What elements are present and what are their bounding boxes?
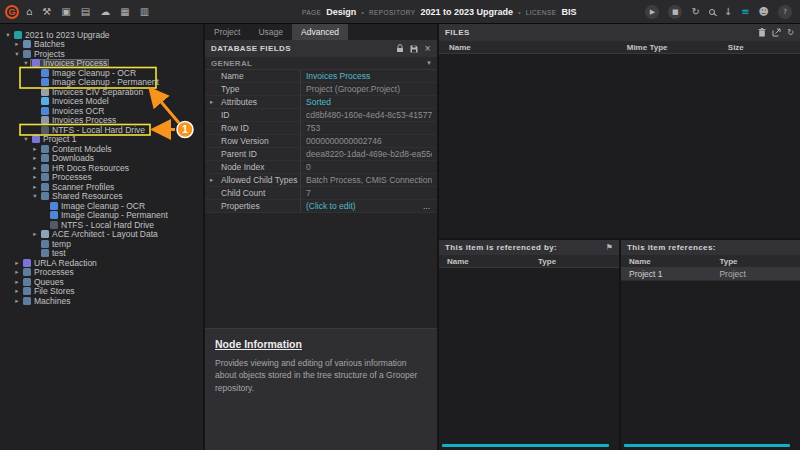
tree-item[interactable]: ▸Downloads (0, 154, 203, 164)
expand-icon[interactable]: ▸ (31, 164, 39, 172)
play-button[interactable]: ▶ (645, 5, 659, 19)
tree-item[interactable]: Image Cleanup - OCR (0, 68, 203, 78)
expand-icon[interactable]: ▸ (210, 98, 213, 106)
download-button[interactable]: ↓ (724, 7, 732, 17)
property-value[interactable]: Sorted (301, 96, 437, 108)
references-table-body[interactable]: Project 1Project (621, 268, 800, 444)
tree-item[interactable]: test (0, 249, 203, 259)
column-header-size[interactable]: Size (728, 43, 800, 52)
library-icon[interactable]: ▦ (120, 7, 129, 17)
tree-item[interactable]: ▾Project 1 (0, 135, 203, 145)
home-icon[interactable]: ⌂ (26, 7, 32, 17)
stats-icon[interactable]: ▥ (140, 7, 149, 17)
repository-value[interactable]: 2021 to 2023 Upgrade (420, 7, 513, 17)
property-value[interactable]: Batch Process, CMIS Connection, + 13 ... (301, 174, 437, 186)
column-header-type[interactable]: Type (538, 257, 619, 266)
column-header-type[interactable]: Type (719, 257, 800, 266)
expand-icon[interactable]: ▸ (13, 278, 21, 286)
horizontal-scrollbar[interactable] (624, 444, 790, 447)
general-section-row[interactable]: GENERAL ▾ (205, 57, 437, 70)
ellipsis-button[interactable]: ... (421, 201, 432, 211)
tree-item[interactable]: ▸Processes (0, 173, 203, 183)
tree-item[interactable]: ▸Batches (0, 40, 203, 50)
lock-icon[interactable] (396, 44, 404, 53)
refresh-button[interactable]: ↻ (691, 7, 699, 17)
property-value[interactable]: deea8220-1dad-469e-b2d8-ea55c1aa8... (301, 148, 437, 160)
property-value[interactable]: Invoices Process (301, 70, 437, 82)
tree-item[interactable]: ▾2021 to 2023 Upgrade (0, 30, 203, 40)
collapse-icon[interactable]: ▾ (4, 31, 12, 39)
files-table-body[interactable] (439, 54, 800, 238)
collapse-icon[interactable]: ▾ (31, 192, 39, 200)
column-header-name[interactable]: Name (439, 257, 538, 266)
expand-icon[interactable]: ▸ (31, 230, 39, 238)
grooper-logo-icon[interactable]: G (5, 5, 19, 19)
expand-icon[interactable]: ▸ (13, 287, 21, 295)
column-header-name[interactable]: Name (439, 43, 627, 52)
storage-icon[interactable]: ▤ (81, 7, 90, 17)
property-value[interactable]: 0000000000002746 (301, 135, 437, 147)
layers-button[interactable]: ≡ (741, 7, 749, 17)
tree-item[interactable]: Image Cleanup - Permanent (0, 78, 203, 88)
property-value[interactable]: 0 (301, 161, 437, 173)
tab-usage[interactable]: Usage (249, 24, 292, 40)
expand-icon[interactable]: ▸ (13, 297, 21, 305)
chevron-down-icon[interactable]: ▾ (427, 59, 431, 67)
referenced-by-table-body[interactable] (439, 268, 619, 444)
property-value[interactable]: (Click to edit)... (301, 200, 437, 212)
help-button[interactable]: ? (778, 5, 792, 19)
tree-item[interactable]: temp (0, 239, 203, 249)
tree-item[interactable]: ▸Content Models (0, 144, 203, 154)
tree-item[interactable]: ▾Shared Resources (0, 192, 203, 202)
save-icon[interactable] (410, 45, 418, 53)
property-value[interactable]: 7 (301, 187, 437, 199)
tree-item[interactable]: ▸File Stores (0, 287, 203, 297)
expand-icon[interactable]: ▸ (31, 154, 39, 162)
expand-icon[interactable]: ▸ (31, 145, 39, 153)
tree-item[interactable]: Image Cleanup - OCR (0, 201, 203, 211)
tree-item[interactable]: Image Cleanup - Permanent (0, 211, 203, 221)
tab-project[interactable]: Project (205, 24, 249, 40)
tree-item[interactable]: NTFS - Local Hard Drive (0, 125, 203, 135)
property-value[interactable]: cd8bf480-160e-4ed4-8c53-4157700db... (301, 109, 437, 121)
trash-icon[interactable] (758, 28, 766, 37)
tree-item[interactable]: Invoices OCR (0, 106, 203, 116)
column-header-name[interactable]: Name (621, 257, 719, 266)
pin-icon[interactable]: ⚑ (606, 244, 613, 252)
close-icon[interactable]: × (424, 45, 431, 53)
sync-icon[interactable]: ↻ (787, 29, 794, 37)
cloud-icon[interactable]: ☁ (100, 7, 110, 17)
collapse-icon[interactable]: ▾ (22, 135, 30, 143)
tree-item[interactable]: ▸Processes (0, 268, 203, 278)
tree-item[interactable]: ▾Projects (0, 49, 203, 59)
tree-item[interactable]: ▾Invoices Process (0, 59, 203, 69)
expand-icon[interactable]: ▸ (210, 176, 213, 184)
column-header-mime-type[interactable]: Mime Type (627, 43, 728, 52)
table-row[interactable]: Project 1Project (621, 268, 800, 281)
tree-item[interactable]: Invoices Model (0, 97, 203, 107)
user-button[interactable]: ☻ (759, 7, 769, 17)
tree-item[interactable]: Invoices CIV Separation (0, 87, 203, 97)
tree-item[interactable]: ▸ACE Architect - Layout Data (0, 230, 203, 240)
tree-item[interactable]: Invoices Process (0, 116, 203, 126)
tree-item[interactable]: ▸URLA Redaction (0, 258, 203, 268)
tree-item[interactable]: NTFS - Local Hard Drive (0, 220, 203, 230)
tab-advanced[interactable]: Advanced (292, 24, 348, 40)
expand-icon[interactable]: ▸ (13, 268, 21, 276)
tree-item[interactable]: ▸Queues (0, 277, 203, 287)
collapse-icon[interactable]: ▾ (13, 50, 21, 58)
expand-icon[interactable]: ▸ (13, 40, 21, 48)
export-icon[interactable] (772, 28, 781, 37)
horizontal-scrollbar[interactable] (442, 444, 609, 447)
page-value[interactable]: Design (326, 7, 356, 17)
property-value[interactable]: 753 (301, 122, 437, 134)
stop-button[interactable]: ■ (668, 5, 682, 19)
tree-item[interactable]: ▸Scanner Profiles (0, 182, 203, 192)
tree-item[interactable]: ▸Machines (0, 296, 203, 306)
collapse-icon[interactable]: ▾ (22, 59, 30, 67)
tools-icon[interactable]: ⚒ (42, 7, 51, 17)
batches-icon[interactable]: ▣ (61, 7, 70, 17)
expand-icon[interactable]: ▸ (31, 173, 39, 181)
search-button[interactable] (709, 9, 715, 15)
property-value[interactable]: Project (Grooper.Project) (301, 83, 437, 95)
